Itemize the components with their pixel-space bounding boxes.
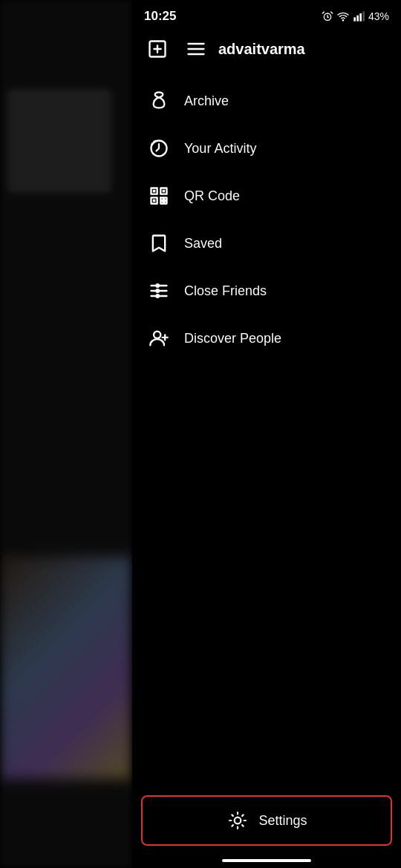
hamburger-menu-button[interactable] bbox=[183, 36, 209, 62]
discover-people-label: Discover People bbox=[184, 331, 281, 346]
qr-code-label: QR Code bbox=[184, 188, 240, 204]
saved-icon bbox=[147, 231, 171, 255]
discover-people-icon bbox=[147, 326, 171, 350]
svg-point-34 bbox=[157, 289, 160, 292]
menu-item-discover-people[interactable]: Discover People bbox=[132, 315, 401, 362]
header-icons-left bbox=[144, 36, 209, 62]
svg-rect-24 bbox=[164, 201, 167, 204]
svg-rect-20 bbox=[163, 190, 166, 193]
svg-point-36 bbox=[154, 332, 160, 338]
svg-point-35 bbox=[157, 295, 160, 297]
svg-rect-26 bbox=[164, 197, 167, 200]
signal-icon bbox=[353, 10, 365, 22]
qr-code-icon bbox=[147, 184, 171, 208]
svg-line-1 bbox=[322, 12, 324, 13]
menu-header: advaitvarma bbox=[132, 30, 401, 68]
svg-line-2 bbox=[331, 12, 333, 13]
svg-point-33 bbox=[157, 284, 160, 287]
close-friends-label: Close Friends bbox=[184, 283, 267, 299]
menu-item-qr-code[interactable]: QR Code bbox=[132, 172, 401, 220]
activity-icon bbox=[147, 137, 171, 160]
saved-label: Saved bbox=[184, 236, 222, 251]
svg-point-39 bbox=[235, 818, 241, 824]
status-icons: 43% bbox=[322, 10, 389, 22]
archive-icon bbox=[147, 89, 171, 113]
svg-rect-21 bbox=[153, 200, 156, 203]
settings-icon bbox=[226, 809, 250, 832]
status-bar: 10:25 43% bbox=[132, 0, 401, 30]
hamburger-menu-icon bbox=[186, 39, 206, 59]
menu-items-list: Archive Your Activity bbox=[132, 71, 401, 368]
settings-button[interactable]: Settings bbox=[141, 795, 392, 846]
add-post-button[interactable] bbox=[144, 36, 171, 62]
activity-label: Your Activity bbox=[184, 141, 256, 157]
svg-rect-5 bbox=[356, 16, 359, 22]
bottom-home-indicator bbox=[222, 859, 311, 862]
svg-rect-25 bbox=[160, 201, 163, 204]
alarm-icon bbox=[322, 10, 333, 22]
status-time: 10:25 bbox=[144, 9, 176, 24]
left-overlay bbox=[0, 0, 132, 868]
menu-item-your-activity[interactable]: Your Activity bbox=[132, 125, 401, 172]
archive-label: Archive bbox=[184, 93, 229, 109]
username: advaitvarma bbox=[218, 41, 389, 58]
battery-text: 43% bbox=[368, 10, 389, 22]
add-post-icon bbox=[147, 39, 168, 59]
settings-label: Settings bbox=[258, 813, 307, 829]
menu-item-archive[interactable]: Archive bbox=[132, 77, 401, 125]
svg-rect-6 bbox=[359, 13, 362, 22]
menu-item-saved[interactable]: Saved bbox=[132, 220, 401, 267]
wifi-icon bbox=[337, 10, 349, 22]
menu-item-close-friends[interactable]: Close Friends bbox=[132, 267, 401, 315]
svg-rect-7 bbox=[362, 11, 365, 21]
svg-rect-23 bbox=[160, 197, 163, 200]
svg-rect-4 bbox=[353, 17, 356, 21]
menu-panel: 10:25 43% bbox=[132, 0, 401, 868]
svg-rect-19 bbox=[153, 190, 156, 193]
close-friends-icon bbox=[147, 279, 171, 303]
svg-point-3 bbox=[342, 20, 343, 21]
